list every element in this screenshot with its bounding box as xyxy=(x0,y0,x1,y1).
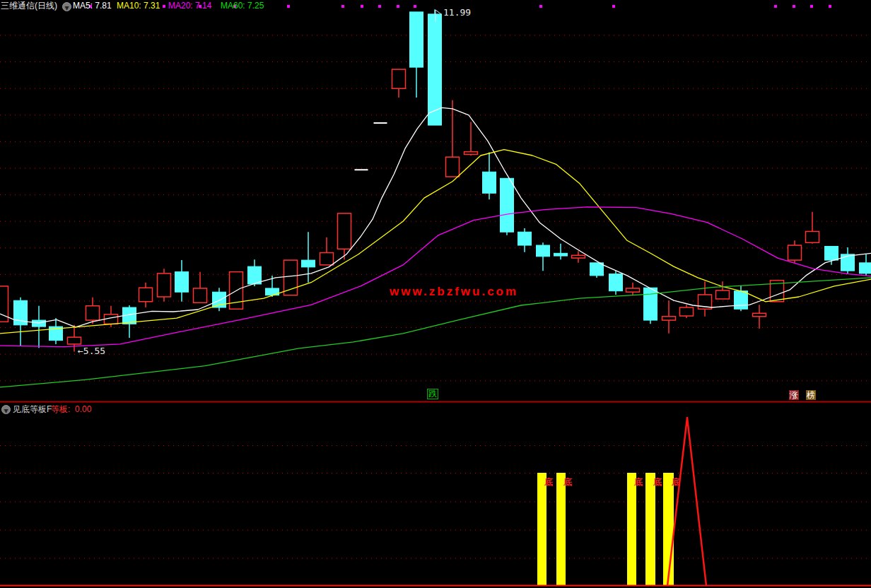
up-candle-body xyxy=(753,313,766,317)
event-dot xyxy=(829,5,831,8)
signal-bar xyxy=(663,473,674,586)
event-dot xyxy=(163,5,165,8)
indicator-dropdown-icon[interactable]: ▾ xyxy=(1,405,11,414)
board-tag-button[interactable]: 榜 xyxy=(806,390,816,400)
down-candle-body xyxy=(590,263,604,276)
down-candle-body xyxy=(735,291,748,310)
indicator-param-value: 0.00 xyxy=(75,404,91,414)
event-dot xyxy=(287,5,290,8)
low-price-annotation: ←5.55 xyxy=(78,346,105,356)
down-candle-body xyxy=(175,272,189,293)
down-candle-body xyxy=(410,12,423,67)
watermark-text: www.zbzfwu.com xyxy=(390,285,518,299)
down-candle-body xyxy=(33,320,46,327)
signal-bar-label: 底 xyxy=(544,477,553,487)
signal-bar-label: 底 xyxy=(653,477,662,487)
low-price-value: 5.55 xyxy=(83,346,105,356)
annotation-leader-line xyxy=(435,10,441,14)
event-dot xyxy=(774,5,777,8)
event-dot xyxy=(612,5,615,8)
up-candle-body xyxy=(158,274,171,297)
down-candle-body xyxy=(537,245,550,257)
up-candle-body xyxy=(446,157,460,177)
event-dot xyxy=(397,5,399,8)
down-candle-body xyxy=(825,247,838,261)
flat-candle xyxy=(374,122,387,124)
signal-bar xyxy=(645,473,655,586)
ma20-label: MA20: 7.14 xyxy=(168,1,211,11)
indicator-param-label: 等板: xyxy=(51,404,70,414)
down-candle-body xyxy=(644,288,657,320)
signal-bar-label: 底 xyxy=(563,477,572,487)
indicator-name: 见底等板F xyxy=(13,404,52,414)
down-candle-body xyxy=(554,253,568,256)
flat-candle xyxy=(355,169,368,170)
up-candle-body xyxy=(662,317,676,320)
up-candle-body xyxy=(320,253,334,265)
event-dot xyxy=(341,5,344,8)
stock-dropdown-icon[interactable]: ▾ xyxy=(62,2,71,11)
up-candle-body xyxy=(716,290,730,299)
chart-title: 三维通信(日线) xyxy=(1,1,57,11)
event-dot xyxy=(378,5,381,8)
up-candle-body xyxy=(284,260,298,295)
event-dot xyxy=(793,5,795,8)
signal-bar xyxy=(627,473,636,586)
down-candle-body xyxy=(302,260,315,267)
up-candle-body xyxy=(572,255,585,258)
rise-tag-button[interactable]: 涨 xyxy=(789,390,799,400)
down-candle-body xyxy=(248,266,262,284)
event-dot xyxy=(810,5,813,8)
up-candle-body xyxy=(788,245,802,260)
down-candle-body xyxy=(518,232,532,245)
down-candle-body xyxy=(841,254,855,271)
event-dot xyxy=(361,5,363,8)
stock-app-window: 底底底底底 三维通信(日线) ▾ MA5: 7.81 MA10: 7.31 MA… xyxy=(0,0,871,588)
down-candle-body xyxy=(860,263,871,274)
down-candle-body xyxy=(483,172,496,193)
event-dot xyxy=(539,5,542,8)
up-candle-body xyxy=(392,69,406,88)
up-candle-body xyxy=(680,307,694,316)
up-candle-body xyxy=(464,152,478,155)
up-candle-body xyxy=(806,231,819,242)
left-arrow-icon: ← xyxy=(78,346,83,356)
up-candle-body xyxy=(68,337,81,344)
down-candle-body xyxy=(609,274,623,291)
high-price-annotation: 11.99 xyxy=(443,7,471,18)
ma60-label: MA60: 7.25 xyxy=(221,1,264,11)
up-candle-body xyxy=(86,306,100,320)
signal-bar-label: 底 xyxy=(633,477,643,487)
fall-tag-button[interactable]: 跌 xyxy=(427,389,438,399)
ma5-label: MA5: 7.81 xyxy=(73,1,112,11)
up-candle-body xyxy=(139,288,153,302)
up-candle-body xyxy=(626,288,640,292)
up-candle-body xyxy=(194,288,207,302)
ma10-label: MA10: 7.31 xyxy=(117,1,160,11)
down-candle-body xyxy=(501,178,514,232)
signal-bar xyxy=(537,473,546,586)
signal-bar xyxy=(556,473,566,586)
event-dot xyxy=(414,5,416,8)
up-candle-body xyxy=(338,213,351,249)
